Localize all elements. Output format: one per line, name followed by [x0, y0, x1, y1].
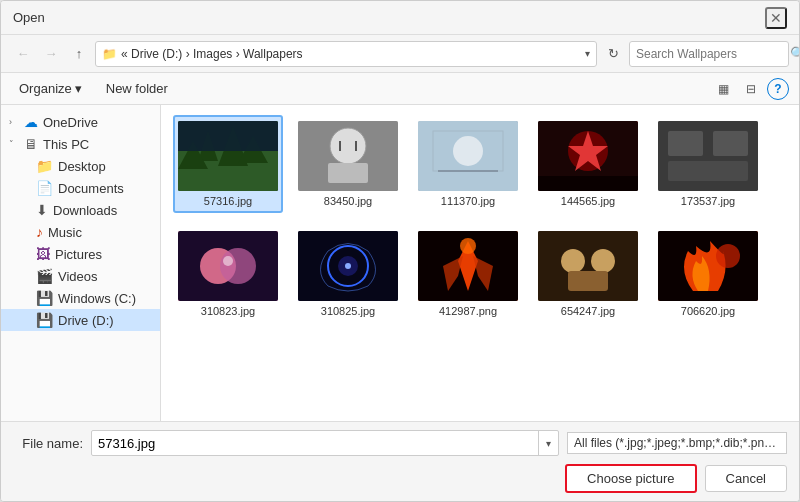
- file-label: 144565.jpg: [561, 195, 615, 207]
- svg-point-13: [453, 136, 483, 166]
- svg-point-30: [345, 263, 351, 269]
- sidebar-item-label: Videos: [58, 269, 98, 284]
- chevron-icon: ˅: [9, 139, 19, 149]
- file-label: 706620.jpg: [681, 305, 735, 317]
- file-thumbnail: [298, 231, 398, 301]
- file-thumbnail: [418, 231, 518, 301]
- svg-rect-22: [668, 161, 748, 181]
- file-name-label: File name:: [13, 436, 83, 451]
- svg-rect-18: [538, 176, 638, 191]
- sidebar-item-label: Windows (C:): [58, 291, 136, 306]
- view-toggle-button[interactable]: ▦: [711, 77, 735, 101]
- sidebar: ›☁OneDrive˅🖥This PC📁Desktop📄Documents⬇Do…: [1, 105, 161, 421]
- main-content: ›☁OneDrive˅🖥This PC📁Desktop📄Documents⬇Do…: [1, 105, 799, 421]
- file-item-f6[interactable]: 310823.jpg: [173, 225, 283, 323]
- desktop-icon: 📁: [36, 158, 53, 174]
- button-row: Choose picture Cancel: [13, 464, 787, 493]
- file-item-f9[interactable]: 654247.jpg: [533, 225, 643, 323]
- address-bar[interactable]: 📁 « Drive (D:) › Images › Wallpapers ▾: [95, 41, 597, 67]
- organize-label: Organize: [19, 81, 72, 96]
- onedrive-icon: ☁: [24, 114, 38, 130]
- address-path: « Drive (D:) › Images › Wallpapers: [121, 47, 581, 61]
- file-item-f8[interactable]: 412987.png: [413, 225, 523, 323]
- sidebar-item-label: OneDrive: [43, 115, 98, 130]
- svg-point-26: [223, 256, 233, 266]
- file-grid-container[interactable]: 57316.jpg83450.jpg111370.jpg144565.jpg17…: [161, 105, 799, 421]
- forward-button[interactable]: →: [39, 42, 63, 66]
- sidebar-item-videos[interactable]: 🎬Videos: [1, 265, 160, 287]
- dialog-title: Open: [13, 10, 45, 25]
- sidebar-item-windowsc[interactable]: 💾Windows (C:): [1, 287, 160, 309]
- music-icon: ♪: [36, 224, 43, 240]
- sidebar-item-label: This PC: [43, 137, 89, 152]
- title-bar-left: Open: [13, 10, 45, 25]
- svg-point-32: [460, 238, 476, 254]
- sidebar-item-onedrive[interactable]: ›☁OneDrive: [1, 111, 160, 133]
- file-name-row: File name: ▾ All files (*.jpg;*.jpeg;*.b…: [13, 430, 787, 456]
- file-item-f7[interactable]: 310825.jpg: [293, 225, 403, 323]
- drived-icon: 💾: [36, 312, 53, 328]
- file-name-input-wrap: ▾: [91, 430, 559, 456]
- sidebar-item-downloads[interactable]: ⬇Downloads: [1, 199, 160, 221]
- file-label: 173537.jpg: [681, 195, 735, 207]
- back-button[interactable]: ←: [11, 42, 35, 66]
- sidebar-item-thispc[interactable]: ˅🖥This PC: [1, 133, 160, 155]
- svg-point-25: [220, 248, 256, 284]
- file-item-f4[interactable]: 144565.jpg: [533, 115, 643, 213]
- help-button[interactable]: ?: [767, 78, 789, 100]
- up-button[interactable]: ↑: [67, 42, 91, 66]
- file-name-dropdown-icon[interactable]: ▾: [538, 431, 558, 455]
- open-dialog: Open ✕ ← → ↑ 📁 « Drive (D:) › Images › W…: [0, 0, 800, 502]
- file-name-input[interactable]: [92, 433, 538, 454]
- sidebar-item-desktop[interactable]: 📁Desktop: [1, 155, 160, 177]
- sidebar-item-documents[interactable]: 📄Documents: [1, 177, 160, 199]
- file-item-f1[interactable]: 57316.jpg: [173, 115, 283, 213]
- choose-picture-button[interactable]: Choose picture: [565, 464, 696, 493]
- svg-rect-9: [328, 163, 368, 183]
- sidebar-item-label: Desktop: [58, 159, 106, 174]
- file-item-f2[interactable]: 83450.jpg: [293, 115, 403, 213]
- file-label: 654247.jpg: [561, 305, 615, 317]
- cancel-button[interactable]: Cancel: [705, 465, 787, 492]
- organize-button[interactable]: Organize ▾: [11, 79, 90, 98]
- svg-rect-36: [568, 271, 608, 291]
- pictures-icon: 🖼: [36, 246, 50, 262]
- sidebar-item-label: Pictures: [55, 247, 102, 262]
- file-item-f5[interactable]: 173537.jpg: [653, 115, 763, 213]
- svg-point-8: [330, 128, 366, 164]
- sidebar-item-drived[interactable]: 💾Drive (D:): [1, 309, 160, 331]
- documents-icon: 📄: [36, 180, 53, 196]
- file-label: 310823.jpg: [201, 305, 255, 317]
- file-thumbnail: [178, 121, 278, 191]
- navigation-toolbar: ← → ↑ 📁 « Drive (D:) › Images › Wallpape…: [1, 35, 799, 73]
- file-thumbnail: [418, 121, 518, 191]
- svg-point-35: [591, 249, 615, 273]
- address-dropdown-icon[interactable]: ▾: [585, 48, 590, 59]
- search-input[interactable]: [636, 47, 786, 61]
- close-button[interactable]: ✕: [765, 7, 787, 29]
- sidebar-item-label: Downloads: [53, 203, 117, 218]
- refresh-button[interactable]: ↻: [601, 42, 625, 66]
- search-icon: 🔍: [790, 46, 800, 61]
- file-label: 310825.jpg: [321, 305, 375, 317]
- search-box[interactable]: 🔍: [629, 41, 789, 67]
- file-item-f10[interactable]: 706620.jpg: [653, 225, 763, 323]
- sidebar-item-pictures[interactable]: 🖼Pictures: [1, 243, 160, 265]
- file-label: 83450.jpg: [324, 195, 372, 207]
- sidebar-item-label: Documents: [58, 181, 124, 196]
- chevron-icon: ›: [9, 117, 19, 127]
- sidebar-item-label: Drive (D:): [58, 313, 114, 328]
- file-label: 412987.png: [439, 305, 497, 317]
- file-item-f3[interactable]: 111370.jpg: [413, 115, 523, 213]
- organize-chevron-icon: ▾: [75, 81, 82, 96]
- new-folder-button[interactable]: New folder: [98, 79, 176, 98]
- file-thumbnail: [658, 231, 758, 301]
- file-thumbnail: [298, 121, 398, 191]
- file-type-box[interactable]: All files (*.jpg;*.jpeg;*.bmp;*.dib;*.pn…: [567, 432, 787, 454]
- svg-rect-20: [668, 131, 703, 156]
- svg-point-34: [561, 249, 585, 273]
- file-label: 57316.jpg: [204, 195, 252, 207]
- view-list-button[interactable]: ⊟: [739, 77, 763, 101]
- sidebar-item-label: Music: [48, 225, 82, 240]
- sidebar-item-music[interactable]: ♪Music: [1, 221, 160, 243]
